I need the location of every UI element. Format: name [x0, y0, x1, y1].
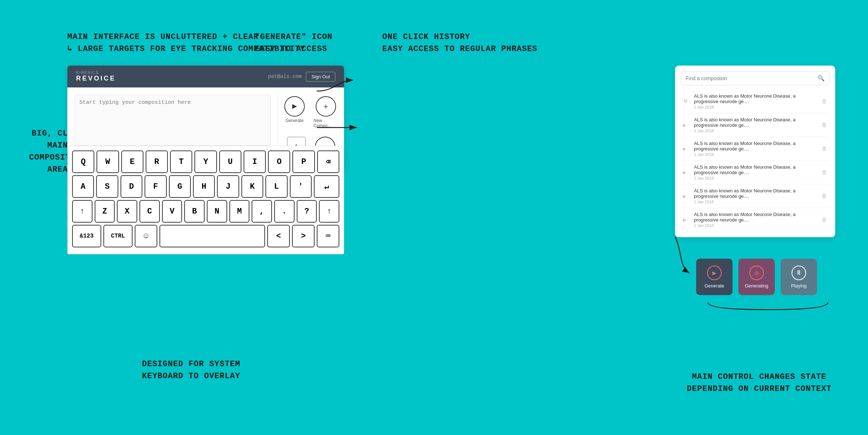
key-r[interactable]: R	[146, 150, 168, 173]
play-icon[interactable]: ▶	[683, 217, 690, 223]
key-a[interactable]: A	[72, 175, 94, 198]
play-icon[interactable]: ▶	[683, 169, 690, 176]
key-c[interactable]: C	[139, 200, 160, 223]
key-z[interactable]: Z	[95, 200, 115, 223]
key-enter[interactable]: ↵	[314, 175, 339, 198]
app-logo: KINESICS REVOICE	[76, 71, 116, 82]
key-right[interactable]: >	[292, 225, 315, 247]
history-item-text: ALS is also known as Motor Neurone Disea…	[694, 93, 818, 109]
playing-state-label: Playing	[791, 283, 807, 289]
play-icon[interactable]: ▶	[683, 122, 690, 128]
key-keyboard[interactable]: ⌨	[317, 225, 339, 247]
keyboard-wireframe: Q W E R T Y U I O P ⌫ A S D F G H J K L …	[67, 146, 344, 254]
key-shift-left[interactable]: ↑	[72, 200, 92, 223]
delete-icon[interactable]: 🗑	[821, 169, 827, 176]
key-w[interactable]: W	[96, 150, 119, 173]
key-ctrl[interactable]: CTRL	[103, 225, 133, 247]
key-b[interactable]: B	[184, 200, 205, 223]
annotation-bottom-center: DESIGNED FOR SYSTEM KEYBOARD TO OVERLAY	[142, 358, 240, 382]
generate-state-label: Generate	[705, 283, 724, 289]
history-item-text: ALS is also known as Motor Neurone Disea…	[694, 164, 818, 180]
key-emoji[interactable]: ☺	[135, 225, 157, 247]
delete-icon[interactable]: 🗑	[821, 122, 827, 129]
key-m[interactable]: M	[229, 200, 250, 223]
arrow-state	[675, 237, 748, 281]
generate-button[interactable]: ▶ Generate	[284, 96, 305, 128]
app-header: KINESICS REVOICE pat@als.com Sign Out	[67, 66, 344, 87]
key-l[interactable]: L	[265, 175, 287, 198]
key-h[interactable]: H	[193, 175, 215, 198]
generate-circle: ▶	[284, 96, 305, 117]
key-v[interactable]: V	[162, 200, 182, 223]
history-item-text: ALS is also known as Motor Neurone Disea…	[694, 141, 818, 157]
annotation-top-center: "GENERATE" ICON EASY TO ACCESS	[255, 31, 332, 55]
generating-state-label: Generating	[745, 283, 768, 289]
delete-icon[interactable]: 🗑	[821, 98, 827, 105]
keyboard-row-4: &123 CTRL ☺ < > ⌨	[72, 225, 339, 247]
delete-icon[interactable]: 🗑	[821, 145, 827, 152]
key-i[interactable]: I	[244, 150, 266, 173]
play-icon[interactable]: ▶	[683, 193, 690, 199]
arrow-history	[317, 117, 390, 146]
header-right: pat@als.com Sign Out	[268, 72, 335, 82]
header-email: pat@als.com	[268, 74, 301, 79]
key-g[interactable]: G	[169, 175, 191, 198]
history-search: 🔍	[681, 71, 829, 85]
sign-out-button[interactable]: Sign Out	[306, 72, 335, 82]
composition-textarea[interactable]	[75, 95, 271, 146]
history-item-text: ALS is also known as Motor Neurone Disea…	[694, 212, 818, 228]
search-icon: 🔍	[817, 75, 825, 82]
key-e[interactable]: E	[121, 150, 143, 173]
history-panel: 🔍 ⏸ ALS is also known as Motor Neurone D…	[675, 66, 835, 237]
key-f[interactable]: F	[145, 175, 166, 198]
play-icon[interactable]: ▶	[683, 146, 690, 152]
delete-icon[interactable]: 🗑	[821, 216, 827, 223]
key-d[interactable]: D	[121, 175, 142, 198]
key-s[interactable]: S	[96, 175, 118, 198]
key-numbers[interactable]: &123	[72, 225, 101, 247]
annotation-bottom-right: MAIN CONTROL CHANGES STATE DEPENDING ON …	[687, 371, 832, 395]
list-item: ▶ ALS is also known as Motor Neurone Dis…	[681, 161, 829, 184]
key-u[interactable]: U	[219, 150, 241, 173]
annotation-top-right: ONE CLICK HISTORY EASY ACCESS TO REGULAR…	[382, 31, 537, 55]
key-j[interactable]: J	[217, 175, 239, 198]
history-item-text: ALS is also known as Motor Neurone Disea…	[694, 117, 818, 133]
key-t[interactable]: T	[170, 150, 192, 173]
generate-label: Generate	[285, 118, 304, 123]
delete-icon[interactable]: 🗑	[821, 193, 827, 200]
key-q[interactable]: Q	[72, 150, 94, 173]
arrow-generate	[317, 84, 390, 120]
state-brace	[704, 299, 832, 321]
key-comma[interactable]: ,	[252, 200, 272, 223]
key-backspace[interactable]: ⌫	[317, 150, 339, 173]
key-y[interactable]: Y	[194, 150, 217, 173]
list-item: ▶ ALS is also known as Motor Neurone Dis…	[681, 113, 829, 137]
key-n[interactable]: N	[207, 200, 227, 223]
list-item: ▶ ALS is also known as Motor Neurone Dis…	[681, 208, 829, 231]
key-left[interactable]: <	[267, 225, 290, 247]
key-o[interactable]: O	[268, 150, 290, 173]
key-apostrophe[interactable]: '	[290, 175, 312, 198]
key-shift-right[interactable]: ↑	[319, 200, 339, 223]
history-item-text: ALS is also known as Motor Neurone Disea…	[694, 188, 818, 204]
list-item: ⏸ ALS is also known as Motor Neurone Dis…	[681, 90, 829, 113]
keyboard-row-1: Q W E R T Y U I O P ⌫	[72, 150, 339, 173]
key-period[interactable]: .	[274, 200, 295, 223]
key-x[interactable]: X	[117, 200, 137, 223]
key-p[interactable]: P	[292, 150, 315, 173]
key-k[interactable]: K	[241, 175, 263, 198]
generating-state-icon: ◎	[749, 266, 764, 280]
playing-state-button[interactable]: ⏸ Playing	[781, 259, 817, 295]
key-question[interactable]: ?	[297, 200, 317, 223]
pause-icon[interactable]: ⏸	[683, 98, 690, 104]
list-item: ▶ ALS is also known as Motor Neurone Dis…	[681, 137, 829, 161]
list-item: ▶ ALS is also known as Motor Neurone Dis…	[681, 184, 829, 208]
keyboard-row-3: ↑ Z X C V B N M , . ? ↑	[72, 200, 339, 223]
keyboard-row-2: A S D F G H J K L ' ↵	[72, 175, 339, 198]
history-search-input[interactable]	[686, 75, 814, 81]
key-space[interactable]	[159, 225, 265, 247]
playing-state-icon: ⏸	[792, 266, 806, 280]
